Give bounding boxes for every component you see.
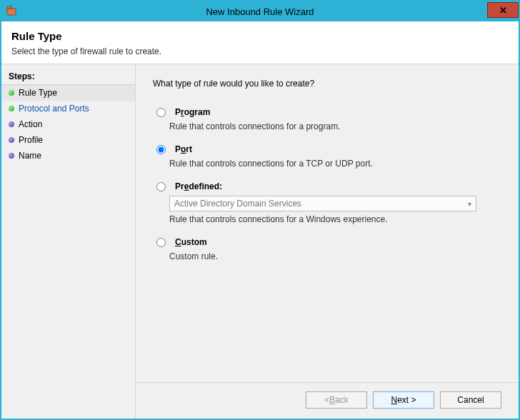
option-port: Port Rule that controls connections for … xyxy=(153,144,501,169)
option-predefined-desc: Rule that controls connections for a Win… xyxy=(169,214,501,224)
predefined-dropdown[interactable]: Active Directory Domain Services ▾ xyxy=(169,196,476,211)
question-text: What type of rule would you like to crea… xyxy=(153,79,501,89)
option-predefined-label: Predefined: xyxy=(175,181,222,191)
cancel-button[interactable]: Cancel xyxy=(440,391,501,409)
page-title: Rule Type xyxy=(11,30,509,42)
next-button[interactable]: Next > xyxy=(373,391,434,409)
step-profile[interactable]: Profile xyxy=(1,132,135,148)
page-subtitle: Select the type of firewall rule to crea… xyxy=(11,46,509,56)
radio-port[interactable] xyxy=(156,145,166,154)
step-label: Action xyxy=(19,119,42,129)
option-custom-desc: Custom rule. xyxy=(169,251,501,261)
titlebar: New Inbound Rule Wizard ✕ xyxy=(1,1,519,21)
step-bullet-icon xyxy=(9,137,14,143)
button-divider xyxy=(136,382,519,383)
option-port-label: Port xyxy=(175,144,192,154)
step-label: Name xyxy=(19,151,41,161)
step-label: Protocol and Ports xyxy=(19,104,89,114)
main-panel: What type of rule would you like to crea… xyxy=(136,64,519,419)
predefined-dropdown-value: Active Directory Domain Services xyxy=(174,199,301,209)
radio-custom[interactable] xyxy=(156,238,166,247)
step-protocol-and-ports[interactable]: Protocol and Ports xyxy=(1,101,135,116)
step-rule-type[interactable]: Rule Type xyxy=(1,85,135,101)
wizard-window: New Inbound Rule Wizard ✕ Rule Type Sele… xyxy=(0,0,520,420)
chevron-down-icon: ▾ xyxy=(468,200,471,208)
option-program-label: Program xyxy=(175,107,210,117)
step-name[interactable]: Name xyxy=(1,148,135,164)
back-button[interactable]: < Back xyxy=(306,391,367,409)
button-bar: < Back Next > Cancel xyxy=(306,391,501,409)
radio-predefined[interactable] xyxy=(156,182,166,191)
step-bullet-icon xyxy=(9,121,14,127)
steps-header: Steps: xyxy=(1,69,135,85)
steps-sidebar: Steps: Rule Type Protocol and Ports Acti… xyxy=(1,64,136,419)
option-predefined: Predefined: Active Directory Domain Serv… xyxy=(153,181,501,224)
option-program-desc: Rule that controls connections for a pro… xyxy=(169,121,501,131)
step-action[interactable]: Action xyxy=(1,116,135,132)
step-bullet-icon xyxy=(9,153,14,159)
step-label: Rule Type xyxy=(19,88,57,98)
wizard-body: Steps: Rule Type Protocol and Ports Acti… xyxy=(1,64,519,419)
option-custom: Custom Custom rule. xyxy=(153,237,501,261)
step-bullet-icon xyxy=(9,106,14,111)
radio-program[interactable] xyxy=(156,108,166,117)
step-bullet-icon xyxy=(9,90,14,96)
step-label: Profile xyxy=(19,135,43,145)
window-title: New Inbound Rule Wizard xyxy=(1,6,519,17)
option-port-desc: Rule that controls connections for a TCP… xyxy=(169,159,501,169)
option-custom-label: Custom xyxy=(175,237,207,247)
wizard-header: Rule Type Select the type of firewall ru… xyxy=(1,21,519,64)
option-program: Program Rule that controls connections f… xyxy=(153,107,501,131)
